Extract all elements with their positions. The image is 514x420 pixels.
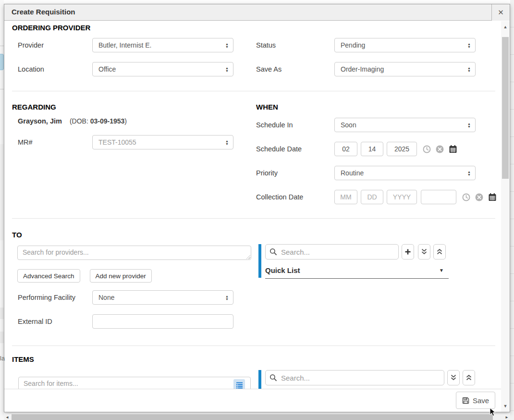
external-id-label: External ID [12,318,92,325]
select-stepper-icon: ▲▼ [225,140,229,145]
add-new-provider-button[interactable]: Add new provider [90,269,152,283]
search-icon [269,248,277,258]
provider-search-input[interactable] [17,246,251,260]
modal-header: Create Requisition ✕ [4,4,510,21]
select-stepper-icon: ▲▼ [225,43,229,48]
mr-select[interactable]: TEST-10055 ▲▼ [92,135,233,149]
items-quick-search-input[interactable] [265,370,444,385]
select-stepper-icon: ▲▼ [467,67,471,72]
double-chevron-down-icon [421,248,428,255]
select-stepper-icon: ▲▼ [225,67,229,72]
mr-label: MR# [12,138,92,146]
background-text-fragment: la [0,355,5,362]
modal-title: Create Requisition [12,8,75,16]
collection-month-input[interactable] [334,190,357,204]
select-stepper-icon: ▲▼ [225,295,229,300]
background-divider [0,46,4,46]
location-label: Location [12,65,92,73]
select-stepper-icon: ▲▼ [467,123,471,128]
save-button-label: Save [473,396,489,405]
search-icon [269,374,277,383]
location-select-value: Office [98,65,116,73]
create-requisition-modal: Create Requisition ✕ ORDERING PROVIDER P… [4,4,510,412]
quick-list-accent-bar [258,244,261,278]
priority-select[interactable]: Routine ▲▼ [334,166,476,180]
schedule-in-select[interactable]: Soon ▲▼ [334,118,476,132]
provider-select[interactable]: Butler, Internist E. ▲▼ [92,38,233,52]
status-label: Status [256,41,334,49]
select-stepper-icon: ▲▼ [467,43,471,48]
section-divider [12,346,495,346]
schedule-year-input[interactable] [387,142,417,156]
background-button-fragment [0,54,4,70]
section-heading-when: WHEN [256,103,497,111]
items-accent-bar [258,370,261,391]
scroll-down-arrow[interactable]: ▼ [501,402,510,410]
advanced-search-button[interactable]: Advanced Search [17,269,80,283]
background-block [0,332,4,343]
save-icon [462,397,469,404]
scroll-right-arrow[interactable]: ► [503,414,510,420]
modal-footer: Save [4,389,501,412]
background-page-right [510,0,514,420]
collection-day-input[interactable] [361,190,383,204]
item-list-icon [235,382,244,390]
background-divider [0,89,4,89]
select-stepper-icon: ▲▼ [467,171,471,176]
location-select[interactable]: Office ▲▼ [92,62,233,76]
mr-select-value: TEST-10055 [98,138,136,146]
scroll-up-arrow[interactable]: ▲ [501,23,510,31]
section-heading-regarding: REGARDING [12,103,256,111]
modal-body: ORDERING PROVIDER Provider Butler, Inter… [4,21,510,412]
patient-dob: (DOB: 03-09-1953) [70,117,127,125]
collection-year-input[interactable] [387,190,417,204]
background-block [0,144,4,240]
patient-name: Grayson, Jim [12,117,62,125]
clear-date-icon[interactable] [475,193,483,201]
expand-all-button[interactable] [418,244,430,259]
clock-icon[interactable] [462,193,470,201]
expand-all-button[interactable] [447,370,460,385]
status-select-value: Pending [341,41,365,49]
calendar-icon[interactable] [488,193,497,201]
collection-time-input[interactable] [421,190,456,204]
section-heading-items: ITEMS [12,355,495,364]
add-provider-quick-button[interactable] [402,244,414,259]
schedule-day-input[interactable] [361,142,383,156]
background-block [0,308,4,319]
calendar-icon[interactable] [449,145,457,153]
provider-select-value: Butler, Internist E. [98,41,152,49]
double-chevron-down-icon [450,374,457,381]
save-as-select-value: Order-Imaging [341,65,384,73]
application-page: la Create Requisition ✕ ORDERING PROVIDE… [0,0,514,420]
section-divider [12,218,495,219]
quick-list-label: Quick List [265,266,300,274]
save-button[interactable]: Save [456,392,495,409]
status-select[interactable]: Pending ▲▼ [334,38,476,52]
section-heading-to: TO [12,231,495,239]
section-divider [12,91,495,91]
schedule-in-label: Schedule In [256,121,334,129]
quick-list-header[interactable]: Quick List ▼ [265,266,449,279]
save-as-select[interactable]: Order-Imaging ▲▼ [334,62,476,76]
form-content: ORDERING PROVIDER Provider Butler, Inter… [12,21,495,394]
provider-label: Provider [12,41,92,49]
close-button[interactable]: ✕ [491,4,510,21]
horizontal-scrollbar[interactable]: ◄ ► [4,414,510,420]
vertical-scrollbar[interactable]: ▲ ▼ [501,21,510,412]
schedule-date-label: Schedule Date [256,145,334,153]
clear-date-icon[interactable] [436,145,444,153]
horizontal-scrollbar-thumb[interactable] [12,414,493,420]
close-icon: ✕ [498,8,504,17]
scroll-left-arrow[interactable]: ◄ [4,414,11,420]
external-id-input[interactable] [92,314,233,329]
double-chevron-up-icon [465,374,472,381]
collapse-all-button[interactable] [463,370,475,385]
performing-facility-select[interactable]: None ▲▼ [92,290,233,305]
provider-quick-search-input[interactable] [265,244,399,259]
caret-down-icon: ▼ [439,268,444,273]
collapse-all-button[interactable] [433,244,446,259]
vertical-scrollbar-thumb[interactable] [502,37,509,179]
clock-icon[interactable] [423,145,431,153]
schedule-month-input[interactable] [334,142,357,156]
